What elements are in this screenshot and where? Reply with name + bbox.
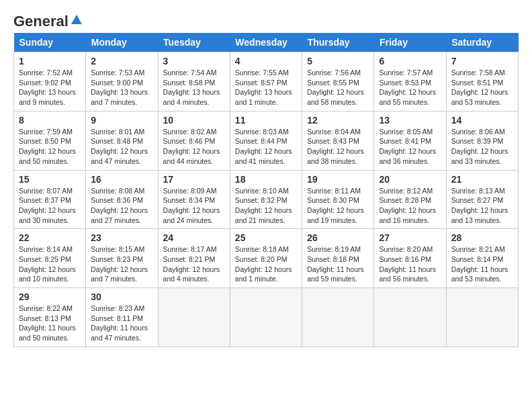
cell-info: Sunrise: 8:11 AMSunset: 8:30 PMDaylight:… bbox=[307, 186, 369, 226]
cell-info: Sunrise: 8:07 AMSunset: 8:37 PMDaylight:… bbox=[19, 186, 81, 226]
day-number: 4 bbox=[235, 56, 297, 66]
calendar-cell: 30Sunrise: 8:23 AMSunset: 8:11 PMDayligh… bbox=[86, 288, 158, 347]
calendar-cell: 20Sunrise: 8:12 AMSunset: 8:28 PMDayligh… bbox=[374, 170, 446, 229]
day-number: 12 bbox=[307, 115, 369, 126]
calendar-cell: 29Sunrise: 8:22 AMSunset: 8:13 PMDayligh… bbox=[14, 288, 86, 347]
day-header-monday: Monday bbox=[86, 33, 158, 52]
calendar-cell: 27Sunrise: 8:20 AMSunset: 8:16 PMDayligh… bbox=[374, 229, 446, 288]
cell-info: Sunrise: 8:19 AMSunset: 8:18 PMDaylight:… bbox=[307, 244, 369, 284]
day-number: 22 bbox=[19, 232, 81, 243]
day-number: 14 bbox=[451, 115, 513, 126]
calendar-cell: 24Sunrise: 8:17 AMSunset: 8:21 PMDayligh… bbox=[158, 229, 230, 288]
calendar-cell: 9Sunrise: 8:01 AMSunset: 8:48 PMDaylight… bbox=[86, 111, 158, 170]
cell-info: Sunrise: 7:57 AMSunset: 8:53 PMDaylight:… bbox=[379, 68, 441, 107]
day-header-wednesday: Wednesday bbox=[230, 33, 302, 52]
cell-info: Sunrise: 8:09 AMSunset: 8:34 PMDaylight:… bbox=[163, 186, 225, 226]
calendar-cell: 25Sunrise: 8:18 AMSunset: 8:20 PMDayligh… bbox=[230, 229, 302, 288]
cell-info: Sunrise: 8:02 AMSunset: 8:46 PMDaylight:… bbox=[163, 127, 225, 167]
calendar-week-4: 22Sunrise: 8:14 AMSunset: 8:25 PMDayligh… bbox=[14, 229, 519, 288]
calendar-cell: 13Sunrise: 8:05 AMSunset: 8:41 PMDayligh… bbox=[374, 111, 446, 170]
calendar-cell: 17Sunrise: 8:09 AMSunset: 8:34 PMDayligh… bbox=[158, 170, 230, 229]
logo: General bbox=[13, 13, 83, 26]
calendar-table: SundayMondayTuesdayWednesdayThursdayFrid… bbox=[13, 33, 519, 347]
cell-info: Sunrise: 7:58 AMSunset: 8:51 PMDaylight:… bbox=[451, 68, 513, 107]
day-header-thursday: Thursday bbox=[302, 33, 374, 52]
day-number: 15 bbox=[19, 174, 81, 185]
calendar-cell: 28Sunrise: 8:21 AMSunset: 8:14 PMDayligh… bbox=[446, 229, 518, 288]
cell-info: Sunrise: 8:17 AMSunset: 8:21 PMDaylight:… bbox=[163, 244, 225, 284]
calendar-cell: 11Sunrise: 8:03 AMSunset: 8:44 PMDayligh… bbox=[230, 111, 302, 170]
calendar-cell: 21Sunrise: 8:13 AMSunset: 8:27 PMDayligh… bbox=[446, 170, 518, 229]
day-number: 1 bbox=[19, 56, 81, 66]
calendar-cell: 15Sunrise: 8:07 AMSunset: 8:37 PMDayligh… bbox=[14, 170, 86, 229]
cell-info: Sunrise: 7:54 AMSunset: 8:58 PMDaylight:… bbox=[163, 68, 225, 107]
calendar-week-2: 8Sunrise: 7:59 AMSunset: 8:50 PMDaylight… bbox=[14, 111, 519, 170]
calendar-cell bbox=[158, 288, 230, 347]
day-number: 23 bbox=[91, 232, 152, 243]
day-number: 13 bbox=[379, 115, 441, 126]
day-header-tuesday: Tuesday bbox=[158, 33, 230, 52]
header: General bbox=[13, 13, 519, 26]
cell-info: Sunrise: 8:08 AMSunset: 8:36 PMDaylight:… bbox=[91, 186, 152, 226]
day-number: 5 bbox=[307, 56, 369, 66]
day-header-friday: Friday bbox=[374, 33, 446, 52]
day-number: 18 bbox=[235, 174, 297, 185]
day-number: 16 bbox=[91, 174, 152, 185]
day-number: 10 bbox=[163, 115, 225, 126]
calendar-cell bbox=[446, 288, 518, 347]
day-number: 2 bbox=[91, 56, 152, 66]
calendar-cell: 2Sunrise: 7:53 AMSunset: 9:00 PMDaylight… bbox=[86, 52, 158, 111]
calendar-week-5: 29Sunrise: 8:22 AMSunset: 8:13 PMDayligh… bbox=[14, 288, 519, 347]
cell-info: Sunrise: 8:23 AMSunset: 8:11 PMDaylight:… bbox=[91, 304, 152, 343]
cell-info: Sunrise: 8:05 AMSunset: 8:41 PMDaylight:… bbox=[379, 127, 441, 167]
cell-info: Sunrise: 8:22 AMSunset: 8:13 PMDaylight:… bbox=[19, 304, 81, 343]
day-number: 7 bbox=[451, 56, 513, 66]
day-number: 27 bbox=[379, 232, 441, 243]
cell-info: Sunrise: 7:59 AMSunset: 8:50 PMDaylight:… bbox=[19, 127, 81, 167]
day-number: 24 bbox=[163, 232, 225, 243]
cell-info: Sunrise: 8:13 AMSunset: 8:27 PMDaylight:… bbox=[451, 186, 513, 226]
day-header-sunday: Sunday bbox=[14, 33, 86, 52]
day-number: 29 bbox=[19, 291, 81, 302]
calendar-cell: 18Sunrise: 8:10 AMSunset: 8:32 PMDayligh… bbox=[230, 170, 302, 229]
calendar-cell: 7Sunrise: 7:58 AMSunset: 8:51 PMDaylight… bbox=[446, 52, 518, 111]
calendar-cell: 12Sunrise: 8:04 AMSunset: 8:43 PMDayligh… bbox=[302, 111, 374, 170]
cell-info: Sunrise: 8:10 AMSunset: 8:32 PMDaylight:… bbox=[235, 186, 297, 226]
calendar-cell: 1Sunrise: 7:52 AMSunset: 9:02 PMDaylight… bbox=[14, 52, 86, 111]
calendar-cell: 4Sunrise: 7:55 AMSunset: 8:57 PMDaylight… bbox=[230, 52, 302, 111]
day-number: 25 bbox=[235, 232, 297, 243]
cell-info: Sunrise: 8:12 AMSunset: 8:28 PMDaylight:… bbox=[379, 186, 441, 226]
calendar-cell: 22Sunrise: 8:14 AMSunset: 8:25 PMDayligh… bbox=[14, 229, 86, 288]
day-number: 3 bbox=[163, 56, 225, 66]
cell-info: Sunrise: 8:06 AMSunset: 8:39 PMDaylight:… bbox=[451, 127, 513, 167]
cell-info: Sunrise: 7:52 AMSunset: 9:02 PMDaylight:… bbox=[19, 68, 81, 107]
calendar-cell: 8Sunrise: 7:59 AMSunset: 8:50 PMDaylight… bbox=[14, 111, 86, 170]
cell-info: Sunrise: 8:03 AMSunset: 8:44 PMDaylight:… bbox=[235, 127, 297, 167]
calendar-cell: 3Sunrise: 7:54 AMSunset: 8:58 PMDaylight… bbox=[158, 52, 230, 111]
calendar-header-row: SundayMondayTuesdayWednesdayThursdayFrid… bbox=[14, 33, 519, 52]
calendar-week-3: 15Sunrise: 8:07 AMSunset: 8:37 PMDayligh… bbox=[14, 170, 519, 229]
day-number: 21 bbox=[451, 174, 513, 185]
day-number: 6 bbox=[379, 56, 441, 66]
cell-info: Sunrise: 8:01 AMSunset: 8:48 PMDaylight:… bbox=[91, 127, 152, 167]
cell-info: Sunrise: 8:20 AMSunset: 8:16 PMDaylight:… bbox=[379, 244, 441, 284]
cell-info: Sunrise: 8:21 AMSunset: 8:14 PMDaylight:… bbox=[451, 244, 513, 284]
cell-info: Sunrise: 7:53 AMSunset: 9:00 PMDaylight:… bbox=[91, 68, 152, 107]
day-number: 20 bbox=[379, 174, 441, 185]
calendar-cell: 23Sunrise: 8:15 AMSunset: 8:23 PMDayligh… bbox=[86, 229, 158, 288]
logo-icon bbox=[70, 13, 83, 27]
day-number: 8 bbox=[19, 115, 81, 126]
calendar-cell: 19Sunrise: 8:11 AMSunset: 8:30 PMDayligh… bbox=[302, 170, 374, 229]
day-number: 11 bbox=[235, 115, 297, 126]
day-header-saturday: Saturday bbox=[446, 33, 518, 52]
calendar-cell bbox=[302, 288, 374, 347]
day-number: 9 bbox=[91, 115, 152, 126]
calendar-cell: 16Sunrise: 8:08 AMSunset: 8:36 PMDayligh… bbox=[86, 170, 158, 229]
cell-info: Sunrise: 7:56 AMSunset: 8:55 PMDaylight:… bbox=[307, 68, 369, 107]
calendar-cell: 6Sunrise: 7:57 AMSunset: 8:53 PMDaylight… bbox=[374, 52, 446, 111]
calendar-cell bbox=[230, 288, 302, 347]
day-number: 28 bbox=[451, 232, 513, 243]
calendar-cell: 26Sunrise: 8:19 AMSunset: 8:18 PMDayligh… bbox=[302, 229, 374, 288]
cell-info: Sunrise: 8:15 AMSunset: 8:23 PMDaylight:… bbox=[91, 244, 152, 284]
calendar-cell: 5Sunrise: 7:56 AMSunset: 8:55 PMDaylight… bbox=[302, 52, 374, 111]
